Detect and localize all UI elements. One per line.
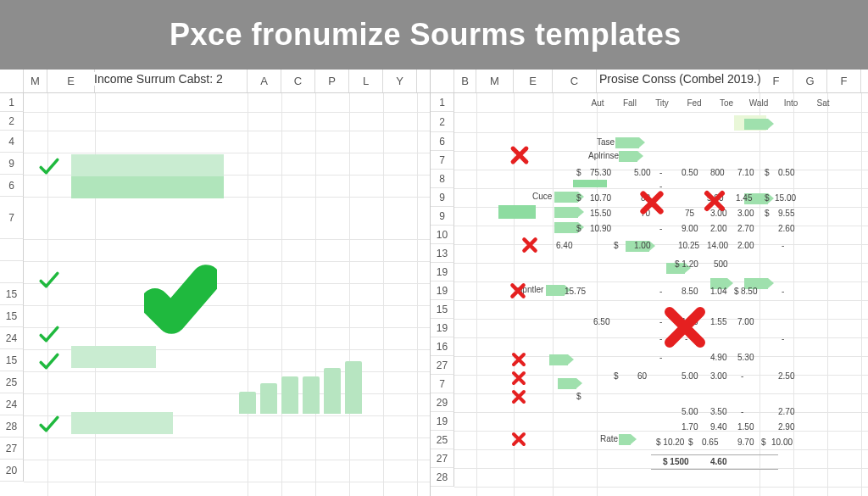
col-header-cell[interactable]: Y xyxy=(383,70,417,92)
cell-value[interactable]: - xyxy=(782,241,784,250)
cell-value[interactable]: - xyxy=(659,287,662,296)
col-header-cell[interactable]: E xyxy=(47,70,95,92)
cell-value[interactable]: $ xyxy=(614,241,619,250)
cell-value[interactable]: - xyxy=(782,334,784,343)
right-grid[interactable]: AutFallTityFedToeWaldIntoSatTaseAplrinse… xyxy=(454,93,868,496)
cell-value[interactable]: 60 xyxy=(637,371,647,381)
cell-label[interactable]: Cuce xyxy=(532,192,552,201)
cell-value[interactable]: 9.40 xyxy=(710,422,726,432)
row-header-cell[interactable]: 7 xyxy=(0,197,24,239)
cell-value[interactable]: 9.00 xyxy=(682,224,698,233)
cell-value[interactable]: 1.45 xyxy=(736,193,752,203)
cell-value[interactable]: 2.90 xyxy=(778,422,794,432)
cell-value[interactable]: $ xyxy=(765,168,770,177)
cell-value[interactable]: $ xyxy=(688,437,693,447)
row-header-cell[interactable]: 25 xyxy=(431,431,454,449)
highlighted-cell[interactable] xyxy=(71,154,224,176)
row-header-cell[interactable]: 16 xyxy=(431,337,454,356)
row-header-cell[interactable]: 1 xyxy=(0,93,24,112)
cell-value[interactable]: $ xyxy=(765,209,770,218)
col-header-cell[interactable]: M xyxy=(24,70,47,92)
cell-value[interactable]: 1.00 xyxy=(634,241,650,250)
cell-value[interactable]: $ xyxy=(576,168,581,177)
cell-value[interactable]: 2.00 xyxy=(710,224,726,233)
row-header-cell[interactable]: 15 xyxy=(0,349,24,371)
cell-value[interactable]: 75.30 xyxy=(590,168,611,177)
row-header-cell[interactable]: 19 xyxy=(431,412,454,431)
cell-value[interactable]: 7.00 xyxy=(737,317,754,326)
cell-value[interactable]: - xyxy=(659,168,662,177)
row-header-cell[interactable]: 2 xyxy=(431,112,454,132)
col-header-cell[interactable]: C xyxy=(553,70,597,92)
cell-value[interactable]: $ xyxy=(765,193,770,203)
cell-value[interactable]: 15.50 xyxy=(590,209,611,218)
cell-value[interactable]: - xyxy=(659,353,662,362)
cell-value[interactable]: $ 1.20 xyxy=(675,259,698,269)
row-header-cell[interactable]: 9 xyxy=(0,153,24,175)
row-header-cell[interactable]: 15 xyxy=(0,283,24,305)
cell-value[interactable]: 10.90 xyxy=(590,224,611,233)
cell-value[interactable]: 2.70 xyxy=(737,224,754,233)
row-header-cell[interactable]: 29 xyxy=(431,393,454,412)
cell-value[interactable]: 14.00 xyxy=(707,241,728,250)
cell-value[interactable]: $ xyxy=(761,437,766,447)
total-value[interactable]: 4.60 xyxy=(710,457,726,466)
row-header-cell[interactable]: 24 xyxy=(0,327,24,349)
cell-value[interactable]: 5.00 xyxy=(682,371,698,381)
row-header-cell[interactable]: 19 xyxy=(431,319,454,337)
col-header-cell[interactable]: B xyxy=(454,70,476,92)
left-grid[interactable] xyxy=(24,93,430,496)
row-header-cell[interactable]: 10 xyxy=(431,226,454,244)
highlighted-cell[interactable] xyxy=(71,412,173,434)
cell-value[interactable]: 7.10 xyxy=(737,168,754,177)
row-header-cell[interactable]: 7 xyxy=(431,151,454,170)
cell-value[interactable]: - xyxy=(659,224,662,233)
cell-value[interactable]: - xyxy=(741,371,743,381)
cell-value[interactable]: 9.70 xyxy=(737,437,754,447)
cell-value[interactable]: 3.00 xyxy=(737,209,754,218)
highlighted-cell[interactable] xyxy=(71,176,224,198)
cell-value[interactable]: 5.00 xyxy=(634,168,650,177)
row-header-cell[interactable]: 27 xyxy=(431,449,454,468)
cell-value[interactable]: 0.50 xyxy=(682,168,698,177)
col-header-cell[interactable]: L xyxy=(349,70,383,92)
col-header-cell[interactable]: G xyxy=(793,70,827,92)
row-header-cell[interactable]: 6 xyxy=(431,132,454,151)
row-header-cell[interactable]: 24 xyxy=(0,393,24,415)
cell-value[interactable]: 6.40 xyxy=(556,241,572,250)
row-header-cell[interactable]: 4 xyxy=(0,131,24,153)
cell-value[interactable]: 0.50 xyxy=(778,168,794,177)
cell-value[interactable]: 15.00 xyxy=(775,193,796,203)
cell-value[interactable]: $ xyxy=(614,371,619,381)
cell-value[interactable]: 10.70 xyxy=(590,193,611,203)
row-header-cell[interactable]: 8 xyxy=(431,170,454,188)
cell-value[interactable]: 10.25 xyxy=(678,241,699,250)
cell-value[interactable]: 4.90 xyxy=(710,353,726,362)
row-header-cell[interactable]: 15 xyxy=(0,305,24,327)
cell-value[interactable]: 15.75 xyxy=(565,287,586,296)
cell-label[interactable]: Aplrinse xyxy=(588,151,619,160)
cell-value[interactable]: 1.70 xyxy=(682,422,698,432)
cell-value[interactable]: 2.00 xyxy=(737,241,754,250)
cell-value[interactable]: $ 10.20 xyxy=(656,437,684,447)
cell-value[interactable]: 800 xyxy=(710,168,725,177)
col-header-cell[interactable]: A xyxy=(248,70,281,92)
cell-value[interactable]: 10.00 xyxy=(771,437,793,447)
row-header-cell[interactable]: 28 xyxy=(0,415,24,437)
highlighted-cell[interactable] xyxy=(71,346,156,368)
cell-value[interactable]: 3.00 xyxy=(710,371,726,381)
cell-value[interactable]: 8.50 xyxy=(741,287,757,296)
row-header-cell[interactable]: 27 xyxy=(0,437,24,460)
cell-value[interactable]: 3.50 xyxy=(710,407,726,416)
row-header-cell[interactable]: 28 xyxy=(431,468,454,487)
cell-value[interactable]: 1.55 xyxy=(710,317,726,326)
cell-value[interactable]: 75 xyxy=(685,209,694,218)
row-header-cell[interactable]: 13 xyxy=(431,244,454,263)
total-value[interactable]: $ 1500 xyxy=(663,457,689,466)
row-header-cell[interactable]: 6 xyxy=(0,175,24,197)
cell-value[interactable]: $ xyxy=(576,392,581,401)
row-header-cell[interactable] xyxy=(0,239,24,261)
cell-value[interactable]: 0.65 xyxy=(702,437,718,447)
row-header-cell[interactable]: 27 xyxy=(431,356,454,375)
cell-label[interactable]: Tase xyxy=(597,137,615,147)
